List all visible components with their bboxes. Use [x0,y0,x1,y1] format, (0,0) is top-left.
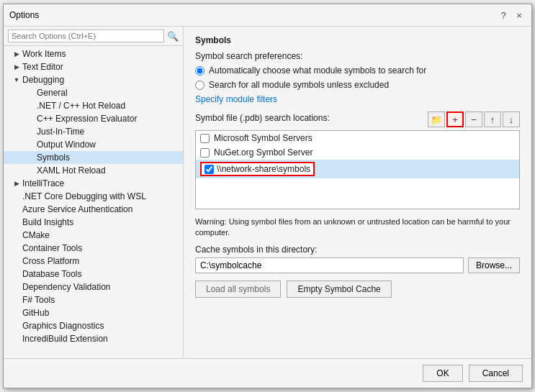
location-item-ms-symbol-server[interactable]: Microsoft Symbol Servers [196,131,519,145]
search-icon: 🔍 [167,31,179,42]
browse-button[interactable]: Browse... [468,257,520,273]
tree-item-cross-platform[interactable]: Cross Platform [4,255,183,268]
tree-item-work-items[interactable]: ▶Work Items [4,47,183,60]
ok-button[interactable]: OK [423,365,462,382]
specify-filters-link[interactable]: Specify module filters [195,94,277,104]
location-item-network-share[interactable]: \\network-share\symbols [196,160,519,178]
tree-item-label-container-tools: Container Tools [22,243,82,253]
tree-item-symbols[interactable]: Symbols [4,151,183,164]
radio-auto-row: Automatically choose what module symbols… [195,65,520,76]
expand-arrow-f-sharp-tools [12,296,21,304]
location-item-nuget-symbol-server[interactable]: NuGet.org Symbol Server [196,145,519,160]
tree-item-xaml-hot-reload[interactable]: XAML Hot Reload [4,164,183,177]
load-all-button[interactable]: Load all symbols [195,281,281,298]
tree-item-output-window[interactable]: Output Window [4,138,183,151]
tree-item-dependency-validation[interactable]: Dependency Validation [4,281,183,293]
cache-path-input[interactable] [195,257,464,273]
tree-item-database-tools[interactable]: Database Tools [4,268,183,281]
expand-arrow-cpp-expression-evaluator [27,114,35,123]
expand-arrow-xaml-hot-reload [27,166,35,175]
title-bar-controls: ? × [497,9,526,22]
expand-arrow-net-core-debugging [12,192,21,201]
tree-item-text-editor[interactable]: ▶Text Editor [4,60,183,73]
search-bar: 🔍 [4,27,183,46]
tree-item-just-in-time[interactable]: Just-In-Time [4,125,183,138]
expand-arrow-dependency-validation [12,283,21,291]
tree-item-label-graphics-diagnostics: Graphics Diagnostics [22,321,104,331]
cache-row: Browse... [195,257,520,273]
tree-item-cpp-expression-evaluator[interactable]: C++ Expression Evaluator [4,112,183,125]
tree-item-graphics-diagnostics[interactable]: Graphics Diagnostics [4,319,183,332]
radio-all[interactable] [195,81,204,90]
expand-arrow-work-items: ▶ [12,50,21,58]
expand-arrow-incredibuild [12,334,21,343]
radio-all-row: Search for all module symbols unless exc… [195,80,520,90]
location-checkbox-network-share[interactable] [204,165,214,174]
expand-arrow-debugging: ▼ [12,76,21,84]
tree-item-cmake[interactable]: CMake [4,229,183,242]
expand-arrow-symbols [27,153,35,162]
radio-all-label: Search for all module symbols unless exc… [209,80,389,90]
expand-arrow-cmake [12,231,21,240]
tree-item-intellitrace[interactable]: ▶IntelliTrace [4,177,183,190]
tree-item-label-debugging: Debugging [22,75,64,85]
tree-item-container-tools[interactable]: Container Tools [4,242,183,255]
tree-item-label-just-in-time: Just-In-Time [37,127,84,137]
location-text-network-share: \\network-share\symbols [217,164,310,174]
tree-item-debugging[interactable]: ▼Debugging [4,73,183,86]
tree-item-net-core-debugging[interactable]: .NET Core Debugging with WSL [4,190,183,203]
help-button[interactable]: ? [497,9,510,22]
folder-button[interactable]: 📁 [428,111,445,127]
right-panel: Symbols Symbol search preferences: Autom… [184,27,531,358]
empty-cache-button[interactable]: Empty Symbol Cache [287,281,391,298]
action-row: Load all symbols Empty Symbol Cache [195,281,520,298]
tree-item-azure-service-auth[interactable]: Azure Service Authentication [4,203,183,216]
tree-item-general[interactable]: General [4,86,183,99]
expand-arrow-cross-platform [12,257,21,265]
tree-item-net-cpp-hot-reload[interactable]: .NET / C++ Hot Reload [4,99,183,112]
tree-item-label-symbols: Symbols [37,152,70,163]
tree-item-label-github: GitHub [22,308,49,318]
options-dialog: Options ? × 🔍 ▶Work Items▶Text Editor▼De… [3,4,532,388]
tree-item-label-output-window: Output Window [37,140,96,150]
tree-item-label-general: General [37,88,68,98]
add-button[interactable]: + [446,111,464,127]
expand-arrow-graphics-diagnostics [12,322,21,330]
move-down-button[interactable]: ↓ [503,111,520,127]
expand-arrow-just-in-time [27,127,35,136]
tree-item-label-incredibuild: IncrediBuild Extension [22,334,108,344]
expand-arrow-text-editor: ▶ [12,63,21,71]
remove-button[interactable]: − [465,111,482,127]
location-text-ms-symbol-server: Microsoft Symbol Servers [214,133,313,143]
tree-item-f-sharp-tools[interactable]: F# Tools [4,293,183,306]
tree-item-incredibuild[interactable]: IncrediBuild Extension [4,332,183,345]
expand-arrow-net-cpp-hot-reload [27,101,35,110]
expand-arrow-build-insights [12,218,21,227]
expand-arrow-output-window [27,140,35,149]
left-panel: 🔍 ▶Work Items▶Text Editor▼DebuggingGener… [4,27,184,358]
dialog-title: Options [9,10,39,20]
tree-item-label-azure-service-auth: Azure Service Authentication [22,204,132,214]
location-checkbox-nuget-symbol-server[interactable] [200,148,210,158]
close-button[interactable]: × [513,9,526,22]
search-input[interactable] [8,29,164,42]
tree-item-label-net-cpp-hot-reload: .NET / C++ Hot Reload [37,101,125,111]
section-title: Symbols [195,35,520,45]
search-prefs-label: Symbol search preferences: [195,51,520,61]
location-checkbox-ms-symbol-server[interactable] [200,134,210,143]
tree-item-label-xaml-hot-reload: XAML Hot Reload [37,165,106,176]
title-bar: Options ? × [4,4,531,27]
tree-item-build-insights[interactable]: Build Insights [4,216,183,229]
tree-item-label-work-items: Work Items [22,49,66,59]
tree-item-label-dependency-validation: Dependency Validation [22,282,111,292]
expand-arrow-intellitrace: ▶ [12,179,21,188]
selected-location-box: \\network-share\symbols [200,162,315,176]
expand-arrow-database-tools [12,270,21,278]
search-locations-label: Symbol file (.pdb) search locations: [195,113,330,123]
cancel-button[interactable]: Cancel [469,365,523,382]
radio-auto[interactable] [195,66,204,76]
expand-arrow-container-tools [12,244,21,252]
locations-list: Microsoft Symbol ServersNuGet.org Symbol… [195,130,520,209]
tree-item-github[interactable]: GitHub [4,306,183,319]
move-up-button[interactable]: ↑ [484,111,501,127]
